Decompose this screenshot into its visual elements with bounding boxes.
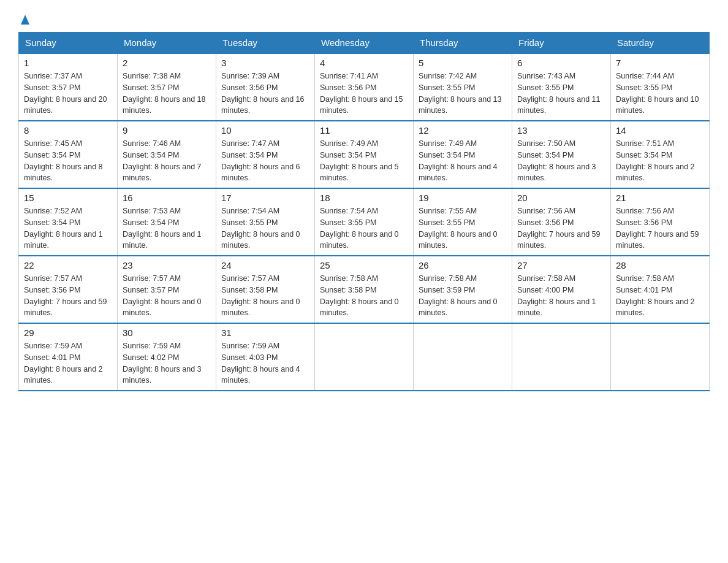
day-info: Sunrise: 7:49 AM Sunset: 3:54 PM Dayligh… [320, 138, 408, 184]
day-info: Sunrise: 7:37 AM Sunset: 3:57 PM Dayligh… [24, 71, 112, 117]
day-info: Sunrise: 7:54 AM Sunset: 3:55 PM Dayligh… [320, 205, 408, 251]
day-number: 20 [517, 193, 605, 203]
day-info: Sunrise: 7:56 AM Sunset: 3:56 PM Dayligh… [517, 205, 605, 251]
calendar-cell: 29 Sunrise: 7:59 AM Sunset: 4:01 PM Dayl… [19, 323, 118, 391]
calendar-cell: 22 Sunrise: 7:57 AM Sunset: 3:56 PM Dayl… [19, 256, 118, 323]
day-number: 1 [24, 58, 112, 68]
calendar-cell: 2 Sunrise: 7:38 AM Sunset: 3:57 PM Dayli… [118, 53, 216, 121]
calendar-cell: 23 Sunrise: 7:57 AM Sunset: 3:57 PM Dayl… [118, 256, 216, 323]
day-info: Sunrise: 7:47 AM Sunset: 3:54 PM Dayligh… [221, 138, 309, 184]
calendar-cell: 9 Sunrise: 7:46 AM Sunset: 3:54 PM Dayli… [118, 121, 216, 188]
day-number: 26 [419, 260, 507, 270]
day-number: 13 [517, 125, 605, 136]
calendar-cell: 5 Sunrise: 7:42 AM Sunset: 3:55 PM Dayli… [414, 53, 512, 121]
calendar-header-monday: Monday [118, 33, 216, 54]
calendar-cell: 18 Sunrise: 7:54 AM Sunset: 3:55 PM Dayl… [315, 188, 414, 256]
calendar-cell: 6 Sunrise: 7:43 AM Sunset: 3:55 PM Dayli… [512, 53, 611, 121]
day-number: 21 [616, 193, 704, 203]
calendar-cell: 4 Sunrise: 7:41 AM Sunset: 3:56 PM Dayli… [315, 53, 414, 121]
day-number: 5 [419, 58, 507, 68]
day-number: 12 [419, 125, 507, 136]
calendar-cell: 19 Sunrise: 7:55 AM Sunset: 3:55 PM Dayl… [414, 188, 512, 256]
day-number: 14 [616, 125, 704, 136]
day-info: Sunrise: 7:59 AM Sunset: 4:01 PM Dayligh… [24, 340, 112, 386]
day-info: Sunrise: 7:58 AM Sunset: 4:00 PM Dayligh… [517, 273, 605, 319]
day-number: 23 [123, 260, 211, 270]
day-info: Sunrise: 7:43 AM Sunset: 3:55 PM Dayligh… [517, 71, 605, 117]
day-number: 11 [320, 125, 408, 136]
calendar-cell: 17 Sunrise: 7:54 AM Sunset: 3:55 PM Dayl… [216, 188, 315, 256]
day-info: Sunrise: 7:59 AM Sunset: 4:02 PM Dayligh… [123, 340, 211, 386]
calendar-week-row: 15 Sunrise: 7:52 AM Sunset: 3:54 PM Dayl… [19, 188, 710, 256]
day-number: 10 [221, 125, 309, 136]
day-info: Sunrise: 7:57 AM Sunset: 3:58 PM Dayligh… [221, 273, 309, 319]
day-info: Sunrise: 7:41 AM Sunset: 3:56 PM Dayligh… [320, 71, 408, 117]
day-info: Sunrise: 7:46 AM Sunset: 3:54 PM Dayligh… [123, 138, 211, 184]
logo [18, 12, 33, 26]
day-number: 27 [517, 260, 605, 270]
day-number: 17 [221, 193, 309, 203]
calendar-cell: 20 Sunrise: 7:56 AM Sunset: 3:56 PM Dayl… [512, 188, 611, 256]
day-info: Sunrise: 7:51 AM Sunset: 3:54 PM Dayligh… [616, 138, 704, 184]
day-number: 8 [24, 125, 112, 136]
day-info: Sunrise: 7:52 AM Sunset: 3:54 PM Dayligh… [24, 205, 112, 251]
day-info: Sunrise: 7:49 AM Sunset: 3:54 PM Dayligh… [419, 138, 507, 184]
day-info: Sunrise: 7:57 AM Sunset: 3:57 PM Dayligh… [123, 273, 211, 319]
logo-triangle-icon [18, 12, 32, 26]
calendar-cell: 27 Sunrise: 7:58 AM Sunset: 4:00 PM Dayl… [512, 256, 611, 323]
calendar-cell: 3 Sunrise: 7:39 AM Sunset: 3:56 PM Dayli… [216, 53, 315, 121]
day-number: 25 [320, 260, 408, 270]
day-info: Sunrise: 7:53 AM Sunset: 3:54 PM Dayligh… [123, 205, 211, 251]
day-info: Sunrise: 7:59 AM Sunset: 4:03 PM Dayligh… [221, 340, 309, 386]
calendar-cell: 30 Sunrise: 7:59 AM Sunset: 4:02 PM Dayl… [118, 323, 216, 391]
day-number: 19 [419, 193, 507, 203]
calendar-cell [315, 323, 414, 391]
day-info: Sunrise: 7:57 AM Sunset: 3:56 PM Dayligh… [24, 273, 112, 319]
calendar-cell: 10 Sunrise: 7:47 AM Sunset: 3:54 PM Dayl… [216, 121, 315, 188]
day-info: Sunrise: 7:39 AM Sunset: 3:56 PM Dayligh… [221, 71, 309, 117]
calendar-cell [414, 323, 512, 391]
calendar-cell: 12 Sunrise: 7:49 AM Sunset: 3:54 PM Dayl… [414, 121, 512, 188]
calendar-header-thursday: Thursday [414, 33, 512, 54]
day-number: 15 [24, 193, 112, 203]
day-number: 24 [221, 260, 309, 270]
day-info: Sunrise: 7:58 AM Sunset: 4:01 PM Dayligh… [616, 273, 704, 319]
calendar-cell: 25 Sunrise: 7:58 AM Sunset: 3:58 PM Dayl… [315, 256, 414, 323]
day-number: 18 [320, 193, 408, 203]
calendar-header-sunday: Sunday [19, 33, 118, 54]
day-number: 30 [123, 327, 211, 338]
calendar-cell: 31 Sunrise: 7:59 AM Sunset: 4:03 PM Dayl… [216, 323, 315, 391]
day-number: 29 [24, 327, 112, 338]
day-number: 16 [123, 193, 211, 203]
day-info: Sunrise: 7:45 AM Sunset: 3:54 PM Dayligh… [24, 138, 112, 184]
calendar-cell [611, 323, 710, 391]
day-info: Sunrise: 7:54 AM Sunset: 3:55 PM Dayligh… [221, 205, 309, 251]
day-info: Sunrise: 7:58 AM Sunset: 3:59 PM Dayligh… [419, 273, 507, 319]
calendar-cell [512, 323, 611, 391]
day-info: Sunrise: 7:44 AM Sunset: 3:55 PM Dayligh… [616, 71, 704, 117]
calendar-cell: 1 Sunrise: 7:37 AM Sunset: 3:57 PM Dayli… [19, 53, 118, 121]
calendar-week-row: 8 Sunrise: 7:45 AM Sunset: 3:54 PM Dayli… [19, 121, 710, 188]
day-number: 6 [517, 58, 605, 68]
calendar-cell: 11 Sunrise: 7:49 AM Sunset: 3:54 PM Dayl… [315, 121, 414, 188]
day-number: 2 [123, 58, 211, 68]
calendar-cell: 28 Sunrise: 7:58 AM Sunset: 4:01 PM Dayl… [611, 256, 710, 323]
calendar-cell: 16 Sunrise: 7:53 AM Sunset: 3:54 PM Dayl… [118, 188, 216, 256]
day-info: Sunrise: 7:38 AM Sunset: 3:57 PM Dayligh… [123, 71, 211, 117]
calendar-cell: 24 Sunrise: 7:57 AM Sunset: 3:58 PM Dayl… [216, 256, 315, 323]
day-number: 22 [24, 260, 112, 270]
calendar-header-saturday: Saturday [611, 33, 710, 54]
day-info: Sunrise: 7:55 AM Sunset: 3:55 PM Dayligh… [419, 205, 507, 251]
day-number: 28 [616, 260, 704, 270]
page-header [18, 12, 710, 26]
svg-marker-0 [21, 15, 29, 25]
calendar-cell: 7 Sunrise: 7:44 AM Sunset: 3:55 PM Dayli… [611, 53, 710, 121]
calendar-week-row: 22 Sunrise: 7:57 AM Sunset: 3:56 PM Dayl… [19, 256, 710, 323]
calendar-week-row: 29 Sunrise: 7:59 AM Sunset: 4:01 PM Dayl… [19, 323, 710, 391]
day-info: Sunrise: 7:42 AM Sunset: 3:55 PM Dayligh… [419, 71, 507, 117]
calendar-header-row: SundayMondayTuesdayWednesdayThursdayFrid… [19, 33, 710, 54]
calendar-cell: 21 Sunrise: 7:56 AM Sunset: 3:56 PM Dayl… [611, 188, 710, 256]
day-number: 7 [616, 58, 704, 68]
calendar-header-tuesday: Tuesday [216, 33, 315, 54]
day-info: Sunrise: 7:50 AM Sunset: 3:54 PM Dayligh… [517, 138, 605, 184]
